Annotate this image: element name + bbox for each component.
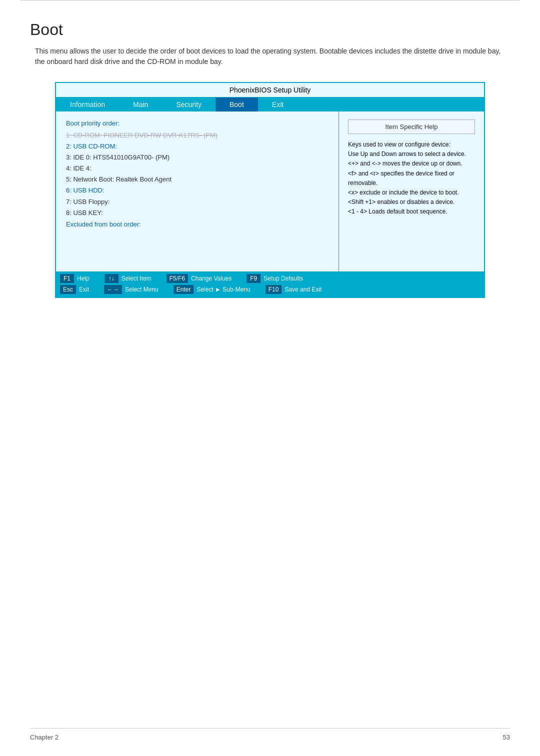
footer-updown: ↑↓ Select Item: [104, 274, 152, 283]
page-number: 53: [503, 734, 510, 741]
footer-f1: F1 Help: [60, 274, 90, 283]
key-f10: F10: [266, 285, 282, 294]
boot-item-3[interactable]: 3: IDE 0: HTS541010G9AT00- (PM): [66, 152, 328, 163]
key-f5f6: F5/F6: [166, 274, 188, 283]
footer-f10: F10 Save and Exit: [266, 285, 322, 294]
desc-setup-defaults: Setup Defaults: [264, 275, 303, 282]
footer-leftright: ←→ Select Menu: [104, 285, 158, 294]
nav-item-information[interactable]: Information: [56, 98, 119, 112]
boot-item-7[interactable]: 7: USB Floppy:: [66, 196, 328, 208]
chapter-label: Chapter 2: [30, 734, 58, 741]
bios-nav: Information Main Security Boot Exit: [56, 98, 484, 112]
bios-left-panel: Boot priority order: 1: CD-ROM: PIONEER …: [56, 112, 339, 272]
help-text: Keys used to view or configure device: U…: [348, 140, 475, 217]
boot-item-4[interactable]: 4: IDE 4:: [66, 163, 328, 174]
page-footer: Chapter 2 53: [30, 728, 510, 741]
desc-select: Select ► Sub-Menu: [196, 286, 250, 293]
boot-priority-label: Boot priority order:: [66, 120, 328, 127]
bios-frame: PhoenixBIOS Setup Utility Information Ma…: [55, 82, 485, 298]
key-f1: F1: [60, 274, 74, 283]
help-title: Item Specific Help: [348, 120, 475, 134]
key-updown: ↑↓: [104, 274, 118, 283]
bios-footer: F1 Help ↑↓ Select Item F5/F6 Change Valu…: [56, 272, 484, 297]
page-description: This menu allows the user to decide the …: [30, 46, 510, 67]
desc-select-menu: Select Menu: [125, 286, 158, 293]
footer-f5f6: F5/F6 Change Values: [166, 274, 232, 283]
desc-select-item: Select Item: [122, 275, 152, 282]
boot-item-1[interactable]: 1: CD-ROM: PIONEER DVD-RW DVR-K17RS- (PM…: [66, 130, 328, 141]
key-enter: Enter: [174, 285, 194, 294]
boot-item-6[interactable]: 6: USB HDD:: [66, 185, 328, 196]
nav-item-exit[interactable]: Exit: [258, 98, 298, 112]
nav-item-boot[interactable]: Boot: [216, 98, 258, 112]
bios-right-panel: Item Specific Help Keys used to view or …: [339, 112, 484, 272]
page-title: Boot: [30, 20, 510, 39]
boot-item-5[interactable]: 5: Network Boot: Realtek Boot Agent: [66, 174, 328, 185]
bios-title-bar: PhoenixBIOS Setup Utility: [56, 83, 484, 98]
key-esc: Esc: [60, 285, 76, 294]
key-leftright: ←→: [104, 285, 122, 294]
desc-save-exit: Save and Exit: [284, 286, 322, 293]
nav-item-main[interactable]: Main: [119, 98, 162, 112]
nav-item-security[interactable]: Security: [162, 98, 216, 112]
bios-body: Boot priority order: 1: CD-ROM: PIONEER …: [56, 112, 484, 272]
desc-exit: Exit: [79, 286, 89, 293]
footer-esc: Esc Exit: [60, 285, 89, 294]
desc-change-values: Change Values: [191, 275, 232, 282]
boot-item-8[interactable]: 8: USB KEY:: [66, 208, 328, 218]
footer-enter: Enter Select ► Sub-Menu: [174, 285, 250, 294]
key-f9: F9: [246, 274, 260, 283]
excluded-label: Excluded from boot order:: [66, 220, 328, 228]
footer-f9: F9 Setup Defaults: [246, 274, 303, 283]
boot-item-2[interactable]: 2: USB CD-ROM:: [66, 141, 328, 152]
desc-help: Help: [77, 275, 90, 282]
